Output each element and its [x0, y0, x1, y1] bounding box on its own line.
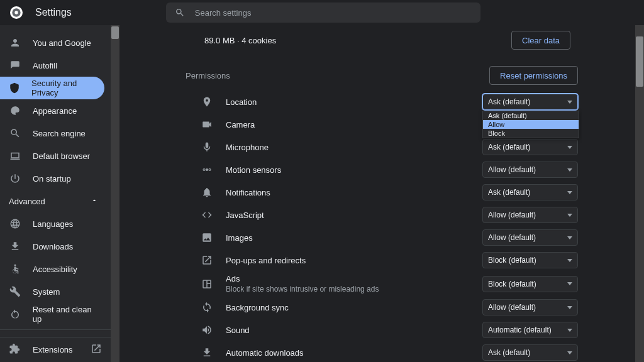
select-value: Automatic (default): [488, 326, 552, 334]
header-bar: Settings: [0, 0, 644, 25]
permission-select-autodl[interactable]: Ask (default): [482, 344, 578, 361]
autodl-icon: [201, 347, 213, 358]
permission-select-microphone[interactable]: Ask (default): [482, 139, 578, 155]
permission-row-ads: AdsBlock if site shows intrusive or misl…: [183, 272, 580, 296]
sound-icon: [201, 324, 213, 336]
sidebar-item-security[interactable]: Security and Privacy: [0, 77, 104, 99]
permission-select-javascript[interactable]: Allow (default): [482, 207, 578, 223]
usage-row: 89.0 MB · 4 cookiesClear data: [183, 25, 580, 55]
sidebar-item-label: Search engine: [33, 129, 86, 138]
permission-select-notifications[interactable]: Ask (default): [482, 184, 578, 200]
sidebar-item-search[interactable]: Search engine: [0, 122, 111, 145]
sidebar-item-label: Reset and clean up: [33, 305, 102, 324]
page-title: Settings: [35, 7, 72, 18]
permission-select-sound[interactable]: Automatic (default): [482, 322, 578, 338]
search-icon: [9, 128, 21, 139]
main-panel: 89.0 MB · 4 cookiesClear dataPermissions…: [119, 25, 644, 362]
chrome-logo-icon: [10, 6, 23, 19]
select-value: Allow (default): [488, 165, 536, 174]
sidebar-item-label: System: [33, 287, 60, 297]
svg-point-5: [17, 110, 18, 111]
languages-icon: [9, 218, 21, 229]
chevron-down-icon: [567, 101, 572, 104]
permission-select-images[interactable]: Allow (default): [482, 229, 578, 246]
default-icon: [9, 150, 21, 162]
search-input[interactable]: [195, 8, 472, 18]
clear-data-button[interactable]: Clear data: [511, 31, 570, 50]
chevron-down-icon: [567, 214, 572, 217]
chevron-down-icon: [567, 191, 572, 194]
javascript-icon: [201, 209, 213, 221]
search-icon: [175, 8, 185, 18]
permission-select-popups[interactable]: Block (default): [482, 252, 578, 268]
sidebar-item-autofill[interactable]: Autofill: [0, 54, 111, 77]
accessibility-icon: [9, 263, 21, 275]
microphone-icon: [201, 141, 213, 153]
permission-select-ads[interactable]: Block (default): [482, 276, 578, 292]
sidebar-scrollbar[interactable]: [111, 25, 119, 362]
permission-label: Camera: [226, 120, 255, 129]
sidebar-item-languages[interactable]: Languages: [0, 212, 111, 235]
permission-row-javascript: JavaScriptAllow (default): [183, 204, 580, 226]
scrollbar-thumb[interactable]: [636, 36, 643, 87]
permission-label: Microphone: [226, 143, 269, 152]
permission-select-location[interactable]: Ask (default)Ask (default)AllowBlock: [482, 94, 578, 110]
svg-point-6: [14, 265, 16, 266]
chevron-down-icon: [567, 259, 572, 262]
reset-permissions-button[interactable]: Reset permissions: [489, 66, 578, 85]
usage-text: 89.0 MB · 4 cookies: [204, 36, 276, 45]
downloads-icon: [9, 241, 21, 252]
search-bar[interactable]: [166, 3, 480, 23]
sidebar-item-default[interactable]: Default browser: [0, 145, 111, 167]
select-value: Block (default): [488, 256, 536, 265]
sidebar-item-extensions[interactable]: Extensions: [0, 337, 111, 362]
chevron-down-icon: [567, 282, 572, 285]
sidebar-item-system[interactable]: System: [0, 280, 111, 303]
system-icon: [9, 286, 21, 297]
main-scrollbar[interactable]: [635, 25, 644, 362]
permission-select-bgsync[interactable]: Allow (default): [482, 299, 578, 315]
select-value: Ask (default): [488, 348, 530, 357]
sidebar-item-label: Languages: [33, 219, 73, 229]
location-icon: [201, 96, 213, 107]
sidebar-item-accessibility[interactable]: Accessibility: [0, 258, 111, 280]
select-option[interactable]: Allow: [483, 120, 579, 129]
permission-row-sound: SoundAutomatic (default): [183, 319, 580, 341]
sidebar-item-label: You and Google: [33, 38, 91, 48]
permission-label: Images: [226, 233, 253, 243]
sidebar: You and GoogleAutofillSecurity and Priva…: [0, 25, 119, 362]
images-icon: [201, 232, 213, 243]
scrollbar-thumb[interactable]: [111, 26, 119, 39]
extensions-label: Extensions: [33, 345, 73, 354]
permission-label: Motion sensors: [226, 165, 281, 175]
sidebar-item-downloads[interactable]: Downloads: [0, 235, 111, 258]
chevron-down-icon: [567, 351, 572, 354]
advanced-toggle[interactable]: Advanced: [0, 190, 111, 212]
select-option[interactable]: Ask (default): [483, 111, 579, 120]
reset-icon: [9, 309, 21, 320]
sidebar-item-appearance[interactable]: Appearance: [0, 99, 111, 122]
svg-point-2: [13, 110, 14, 111]
svg-point-4: [16, 108, 17, 109]
select-value: Block (default): [488, 280, 536, 288]
permission-label: Notifications: [226, 188, 270, 197]
select-option[interactable]: Block: [483, 129, 579, 138]
sidebar-item-startup[interactable]: On startup: [0, 167, 111, 190]
chevron-up-icon: [91, 197, 98, 206]
permission-select-motion[interactable]: Allow (default): [482, 162, 578, 178]
select-value: Allow (default): [488, 303, 536, 312]
permission-label: Automatic downloads: [226, 348, 304, 358]
sidebar-item-reset[interactable]: Reset and clean up: [0, 303, 111, 326]
extension-icon: [9, 343, 21, 356]
security-icon: [9, 82, 20, 94]
sidebar-item-label: Accessibility: [33, 265, 77, 274]
select-value: Ask (default): [488, 143, 530, 151]
permissions-label: Permissions: [186, 71, 230, 80]
sidebar-item-label: Default browser: [33, 151, 90, 161]
ads-icon: [201, 278, 213, 290]
sidebar-item-you[interactable]: You and Google: [0, 31, 111, 54]
permission-row-microphone: MicrophoneAsk (default): [183, 136, 580, 158]
motion-icon: [201, 164, 213, 175]
sidebar-item-label: On startup: [33, 174, 71, 184]
chevron-down-icon: [567, 236, 572, 239]
